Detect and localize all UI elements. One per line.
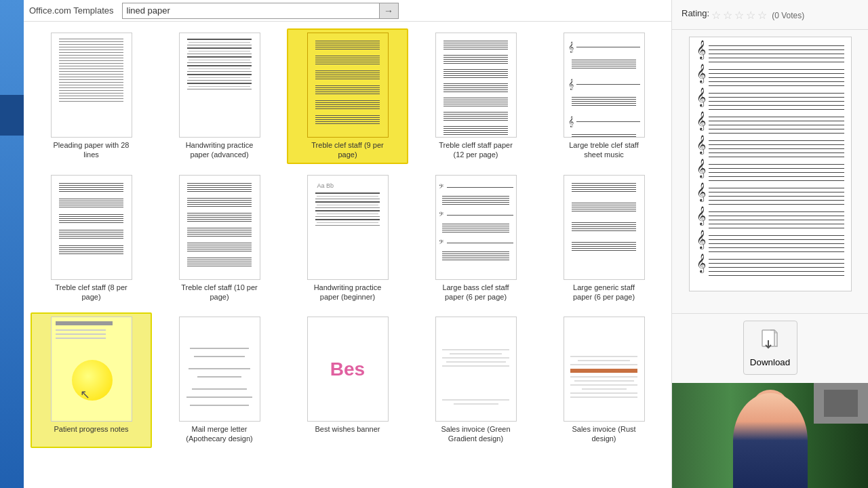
template-thumb-treble9 [307, 33, 389, 138]
template-thumb-pleading [51, 33, 132, 138]
preview-staff-9: 𝄞 [696, 235, 844, 252]
star-3[interactable]: ☆ [734, 9, 744, 22]
template-label-mail: Mail merge letter (Apothecary design) [179, 424, 260, 444]
search-button[interactable]: → [380, 3, 399, 19]
template-thumb-best-wishes: Bes [307, 317, 389, 422]
video-section[interactable] [672, 383, 868, 488]
video-corner-overlay [814, 383, 868, 424]
template-large-treble[interactable]: 𝄞 𝄞 𝄞 [543, 28, 665, 164]
template-thumb-generic6 [564, 175, 645, 280]
preview-staff-1: 𝄞 [696, 45, 844, 62]
template-patient-progress[interactable]: ↖ Patient progress notes [31, 312, 152, 448]
template-best-wishes[interactable]: Bes Best wishes banner [287, 312, 408, 448]
template-treble9[interactable]: Treble clef staff (9 per page) [287, 28, 408, 164]
cursor-indicator: ↖ [80, 387, 90, 402]
template-label-patient: Patient progress notes [54, 424, 128, 434]
preview-staff-4: 𝄞 [696, 117, 844, 134]
rating-section: Rating: ☆ ☆ ☆ ☆ ☆ (0 Votes) [672, 0, 868, 30]
template-label-best-wishes: Best wishes banner [315, 424, 380, 434]
template-treble8[interactable]: Treble clef staff (8 per page) [31, 171, 152, 306]
preview-clef-1: 𝄞 [696, 41, 706, 58]
best-wishes-text: Bes [330, 359, 365, 380]
preview-clef-9: 𝄞 [696, 231, 706, 247]
template-thumb-treble12 [435, 33, 517, 138]
preview-staff-7: 𝄞 [696, 188, 844, 205]
preview-clef-3: 𝄞 [696, 89, 706, 105]
star-1[interactable]: ☆ [711, 9, 721, 22]
preview-clef-7: 𝄞 [696, 184, 706, 200]
template-label-treble8: Treble clef staff (8 per page) [51, 283, 132, 302]
template-label-treble10: Treble clef staff (10 per page) [179, 283, 260, 302]
search-box: → [122, 3, 666, 19]
template-treble12[interactable]: Treble cleff staff paper (12 per page) [415, 28, 536, 164]
template-thumb-invoice-green [435, 317, 517, 422]
sidebar-accent [0, 95, 24, 136]
template-thumb-treble8 [51, 175, 132, 280]
template-thumb-large-treble: 𝄞 𝄞 𝄞 [564, 33, 645, 138]
video-background [672, 383, 868, 488]
template-bass6[interactable]: 𝄢 𝄢 𝄢 [415, 171, 536, 306]
template-thumb-hw-beginner: Aa Bb [307, 175, 389, 280]
preview-staff-8: 𝄞 [696, 211, 844, 228]
search-input[interactable] [122, 3, 380, 19]
template-hw-beginner[interactable]: Aa Bb Handwritin [287, 171, 408, 306]
template-label-pleading: Pleading paper with 28 lines [51, 140, 132, 160]
download-label: Download [750, 357, 790, 367]
preview-clef-10: 𝄞 [696, 255, 706, 271]
download-icon [760, 329, 781, 353]
template-thumb-patient: ↖ [51, 317, 132, 422]
download-button[interactable]: Download [743, 321, 797, 375]
star-4[interactable]: ☆ [746, 9, 755, 22]
templates-grid: Pleading paper with 28 lines [31, 28, 665, 448]
template-generic6[interactable]: Large generic staff paper (6 per page) [543, 171, 665, 306]
top-bar: Office.com Templates → [24, 0, 671, 22]
main-content: Office.com Templates → [24, 0, 671, 488]
preview-clef-8: 𝄞 [696, 207, 706, 224]
template-label-generic6: Large generic staff paper (6 per page) [564, 283, 645, 302]
templates-area: Pleading paper with 28 lines [24, 22, 671, 488]
template-label-bass6: Large bass clef staff paper (6 per page) [435, 283, 517, 302]
template-label-hw-advanced: Handwriting practice paper (advanced) [179, 140, 260, 160]
template-invoice-rust[interactable]: Sales invoice (Rust design) [543, 312, 665, 448]
template-label-treble12: Treble cleff staff paper (12 per page) [435, 140, 517, 160]
preview-clef-2: 𝄞 [696, 65, 706, 81]
template-thumb-treble10 [179, 175, 260, 280]
preview-staff-2: 𝄞 [696, 69, 844, 86]
template-thumb-bass6: 𝄢 𝄢 𝄢 [435, 175, 517, 280]
template-label-invoice-green: Sales invoice (Green Gradient design) [435, 424, 517, 444]
template-label-invoice-rust: Sales invoice (Rust design) [564, 424, 645, 444]
download-section: Download [672, 313, 868, 383]
preview-staff-3: 𝄞 [696, 93, 844, 110]
rating-label: Rating: [682, 8, 709, 18]
preview-clef-5: 𝄞 [696, 136, 706, 152]
template-thumb-hw-advanced [179, 33, 260, 138]
template-label-hw-beginner: Handwriting practice paper (beginner) [307, 283, 389, 302]
star-2[interactable]: ☆ [723, 9, 732, 22]
template-thumb-invoice-rust [564, 317, 645, 422]
rating-row: Rating: ☆ ☆ ☆ ☆ ☆ (0 Votes) [682, 8, 859, 22]
votes-count: (0 Votes) [772, 11, 804, 20]
left-sidebar [0, 0, 24, 488]
svg-marker-1 [774, 330, 777, 333]
right-panel: Rating: ☆ ☆ ☆ ☆ ☆ (0 Votes) 𝄞 [671, 0, 868, 488]
template-pleading-paper[interactable]: Pleading paper with 28 lines [31, 28, 152, 164]
patient-yellow-blob [72, 360, 113, 401]
preview-clef-6: 𝄞 [696, 160, 706, 176]
preview-section: 𝄞 𝄞 𝄞 [672, 30, 868, 313]
template-invoice-green[interactable]: Sales invoice (Green Gradient design) [415, 312, 536, 448]
template-label-large-treble: Large treble clef staff sheet music [564, 140, 645, 160]
video-person-body [733, 393, 808, 488]
preview-staff-5: 𝄞 [696, 140, 844, 157]
preview-staff-10: 𝄞 [696, 259, 844, 276]
preview-clef-4: 𝄞 [696, 113, 706, 129]
preview-staff-6: 𝄞 [696, 164, 844, 181]
template-mail-merge[interactable]: Mail merge letter (Apothecary design) [159, 312, 280, 448]
template-label-treble9: Treble clef staff (9 per page) [307, 140, 389, 160]
star-5[interactable]: ☆ [757, 9, 767, 22]
template-treble10[interactable]: Treble clef staff (10 per page) [159, 171, 280, 306]
template-source-title: Office.com Templates [29, 5, 114, 16]
preview-paper: 𝄞 𝄞 𝄞 [689, 37, 852, 291]
template-handwriting-advanced[interactable]: Handwriting practice paper (advanced) [159, 28, 280, 164]
template-thumb-mail [179, 317, 260, 422]
